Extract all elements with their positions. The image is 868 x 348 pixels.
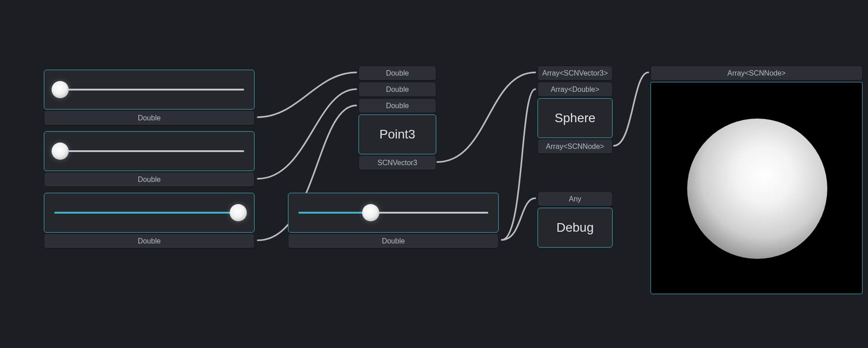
slider-4-thumb[interactable] xyxy=(362,204,379,221)
sphere-input-2-port[interactable]: Array<Double> xyxy=(538,82,613,97)
point3-node[interactable]: Point3 xyxy=(359,114,436,154)
point3-output-port[interactable]: SCNVector3 xyxy=(359,155,436,171)
point3-input-1-label: Double xyxy=(386,69,409,77)
render-preview[interactable] xyxy=(651,82,863,294)
slider-2-output-port[interactable]: Double xyxy=(44,172,255,187)
slider-2-thumb[interactable] xyxy=(52,143,69,160)
sphere-input-1-port[interactable]: Array<SCNVector3> xyxy=(538,66,613,81)
debug-node[interactable]: Debug xyxy=(538,208,613,248)
slider-3-output-port[interactable]: Double xyxy=(44,234,255,249)
sphere-render-icon xyxy=(687,119,827,259)
slider-node-2[interactable] xyxy=(44,131,255,171)
node-graph-canvas[interactable]: Double Double Double Double Double Doubl… xyxy=(0,0,868,348)
slider-4-track[interactable] xyxy=(298,212,488,214)
render-input-label: Array<SCNNode> xyxy=(727,69,786,77)
point3-input-2-port[interactable]: Double xyxy=(359,82,436,97)
slider-2-track[interactable] xyxy=(54,150,244,152)
point3-title: Point3 xyxy=(379,127,415,142)
slider-node-3[interactable] xyxy=(44,193,255,233)
point3-input-1-port[interactable]: Double xyxy=(359,66,436,81)
point3-input-2-label: Double xyxy=(386,86,409,94)
sphere-input-2-label: Array<Double> xyxy=(551,86,599,94)
debug-input-port[interactable]: Any xyxy=(538,191,613,207)
slider-1-track[interactable] xyxy=(54,89,244,91)
slider-3-thumb[interactable] xyxy=(230,204,247,221)
slider-3-output-label: Double xyxy=(138,237,161,245)
debug-input-label: Any xyxy=(569,195,581,203)
point3-input-3-port[interactable]: Double xyxy=(359,98,436,114)
sphere-output-port[interactable]: Array<SCNNode> xyxy=(538,139,613,154)
render-input-port[interactable]: Array<SCNNode> xyxy=(651,66,863,81)
point3-input-3-label: Double xyxy=(386,102,409,110)
debug-title: Debug xyxy=(557,220,594,235)
slider-1-thumb[interactable] xyxy=(52,81,69,98)
sphere-input-1-label: Array<SCNVector3> xyxy=(542,69,608,77)
slider-node-4[interactable] xyxy=(288,193,499,233)
slider-1-output-label: Double xyxy=(138,114,161,122)
slider-2-output-label: Double xyxy=(138,176,161,184)
sphere-output-label: Array<SCNNode> xyxy=(546,143,604,151)
slider-node-1[interactable] xyxy=(44,70,255,110)
slider-1-output-port[interactable]: Double xyxy=(44,110,255,126)
point3-output-label: SCNVector3 xyxy=(377,159,417,167)
slider-3-track[interactable] xyxy=(54,212,244,214)
slider-4-output-label: Double xyxy=(382,237,405,245)
slider-4-output-port[interactable]: Double xyxy=(288,234,499,249)
sphere-node[interactable]: Sphere xyxy=(538,98,613,138)
sphere-title: Sphere xyxy=(555,111,595,125)
